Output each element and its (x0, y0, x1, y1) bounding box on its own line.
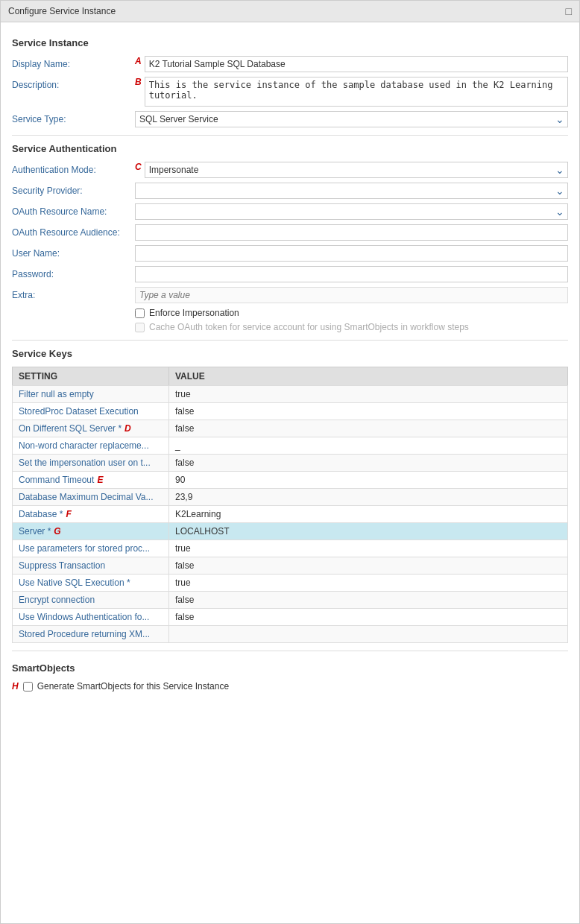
value-cell: false (169, 420, 567, 437)
content-area: Service Instance Display Name: A Descrip… (1, 22, 579, 699)
value-cell: false (169, 455, 567, 471)
table-row[interactable]: Use parameters for stored proc... true (12, 539, 568, 557)
security-provider-select-wrapper: ⌄ (135, 183, 568, 199)
auth-mode-marker: C (135, 162, 142, 172)
display-name-marker: A (135, 56, 142, 66)
setting-cell: Encrypt connection (13, 592, 169, 608)
enforce-impersonation-row: Enforce Impersonation (135, 308, 568, 318)
display-name-input[interactable] (145, 56, 568, 72)
auth-mode-label: Authentication Mode: (12, 162, 135, 175)
setting-cell: Suppress Transaction (13, 557, 169, 574)
table-row[interactable]: Database *F K2Learning (12, 505, 568, 522)
oauth-resource-audience-input[interactable] (135, 224, 568, 241)
oauth-resource-name-select[interactable] (135, 203, 568, 220)
table-row[interactable]: Command TimeoutE 90 (12, 471, 568, 488)
security-provider-row: Security Provider: ⌄ (12, 183, 568, 199)
table-header: SETTING VALUE (12, 367, 568, 385)
user-name-label-text: User Name: (12, 248, 60, 259)
cache-oauth-label: Cache OAuth token for service account fo… (149, 322, 469, 332)
oauth-resource-name-row: OAuth Resource Name: ⌄ (12, 203, 568, 220)
col-setting-header: SETTING (13, 367, 169, 385)
service-type-row: Service Type: SQL Server Service ⌄ (12, 111, 568, 127)
setting-cell: Command TimeoutE (13, 472, 169, 488)
auth-mode-row: Authentication Mode: C Impersonate ⌄ (12, 162, 568, 178)
table-row[interactable]: Stored Procedure returning XM... (12, 625, 568, 643)
description-input[interactable]: This is the service instance of the samp… (145, 77, 568, 107)
oauth-resource-audience-label-text: OAuth Resource Audience: (12, 227, 120, 238)
enforce-impersonation-label: Enforce Impersonation (149, 308, 239, 318)
auth-mode-select[interactable]: Impersonate (145, 162, 568, 178)
value-cell: 23,9 (169, 489, 567, 505)
table-row-server[interactable]: Server *G LOCALHOST (12, 522, 568, 539)
oauth-resource-audience-label: OAuth Resource Audience: (12, 224, 135, 238)
value-cell: false (169, 403, 567, 420)
extra-input[interactable] (135, 287, 568, 303)
setting-cell: StoredProc Dataset Execution (13, 403, 169, 420)
table-row[interactable]: Suppress Transaction false (12, 557, 568, 574)
value-cell: 90 (169, 472, 567, 488)
value-cell (169, 626, 567, 642)
table-row[interactable]: Use Native SQL Execution * true (12, 574, 568, 591)
oauth-resource-name-select-wrapper: ⌄ (135, 203, 568, 220)
user-name-row: User Name: (12, 245, 568, 262)
oauth-resource-name-label-text: OAuth Resource Name: (12, 206, 107, 217)
cache-oauth-row: Cache OAuth token for service account fo… (135, 322, 568, 332)
table-row[interactable]: Non-word character replaceme... _ (12, 437, 568, 454)
table-row[interactable]: Filter null as empty true (12, 385, 568, 402)
main-window: Configure Service Instance □ Service Ins… (0, 0, 580, 924)
user-name-input[interactable] (135, 245, 568, 262)
divider-2 (12, 340, 568, 341)
maximize-icon[interactable]: □ (566, 5, 572, 17)
password-row: Password: (12, 266, 568, 282)
value-cell: false (169, 557, 567, 574)
marker-d: D (124, 423, 131, 434)
value-cell: true (169, 386, 567, 402)
value-cell: true (169, 540, 567, 557)
marker-f: F (66, 509, 71, 519)
table-row[interactable]: Set the impersonation user on t... false (12, 454, 568, 471)
table-row[interactable]: Use Windows Authentication fo... false (12, 608, 568, 625)
generate-smartobjects-row: H Generate SmartObjects for this Service… (12, 681, 568, 692)
oauth-resource-audience-row: OAuth Resource Audience: (12, 224, 568, 241)
cache-oauth-checkbox[interactable] (135, 323, 145, 332)
description-label: Description: (12, 77, 135, 90)
setting-cell: Use Windows Authentication fo... (13, 609, 169, 625)
setting-cell: Server *G (13, 523, 169, 539)
service-type-select-wrapper: SQL Server Service ⌄ (135, 111, 568, 127)
value-cell: LOCALHOST (169, 523, 567, 539)
generate-smartobjects-label: Generate SmartObjects for this Service I… (37, 681, 229, 692)
marker-e: E (97, 475, 103, 485)
display-name-label-text: Display Name: (12, 59, 70, 69)
table-row[interactable]: Encrypt connection false (12, 591, 568, 608)
enforce-impersonation-checkbox[interactable] (135, 308, 145, 318)
setting-cell: Non-word character replaceme... (13, 437, 169, 454)
window-title: Configure Service Instance (8, 6, 116, 16)
password-input[interactable] (135, 266, 568, 282)
service-type-label: Service Type: (12, 111, 135, 124)
setting-cell: Use parameters for stored proc... (13, 540, 169, 557)
password-label: Password: (12, 266, 135, 279)
display-name-row: Display Name: A (12, 56, 568, 72)
service-type-select[interactable]: SQL Server Service (135, 111, 568, 127)
setting-cell: On Different SQL Server *D (13, 420, 169, 437)
title-bar: Configure Service Instance □ (1, 1, 579, 22)
extra-label: Extra: (12, 287, 135, 300)
smartobjects-title: SmartObjects (12, 662, 568, 675)
marker-g: G (54, 526, 60, 537)
service-instance-title: Service Instance (12, 37, 568, 50)
table-row[interactable]: StoredProc Dataset Execution false (12, 402, 568, 420)
security-provider-select[interactable] (135, 183, 568, 199)
generate-smartobjects-checkbox[interactable] (23, 682, 33, 692)
table-row[interactable]: Database Maximum Decimal Va... 23,9 (12, 488, 568, 505)
security-provider-label: Security Provider: (12, 183, 135, 196)
extra-row: Extra: (12, 287, 568, 303)
extra-label-text: Extra: (12, 290, 35, 300)
security-provider-label-text: Security Provider: (12, 186, 83, 196)
col-value-header: VALUE (169, 367, 567, 385)
value-cell: K2Learning (169, 506, 567, 522)
table-row[interactable]: On Different SQL Server *D false (12, 420, 568, 437)
value-cell: false (169, 609, 567, 625)
display-name-label: Display Name: (12, 56, 135, 69)
divider-3 (12, 651, 568, 651)
auth-mode-select-wrapper: Impersonate ⌄ (145, 162, 568, 178)
